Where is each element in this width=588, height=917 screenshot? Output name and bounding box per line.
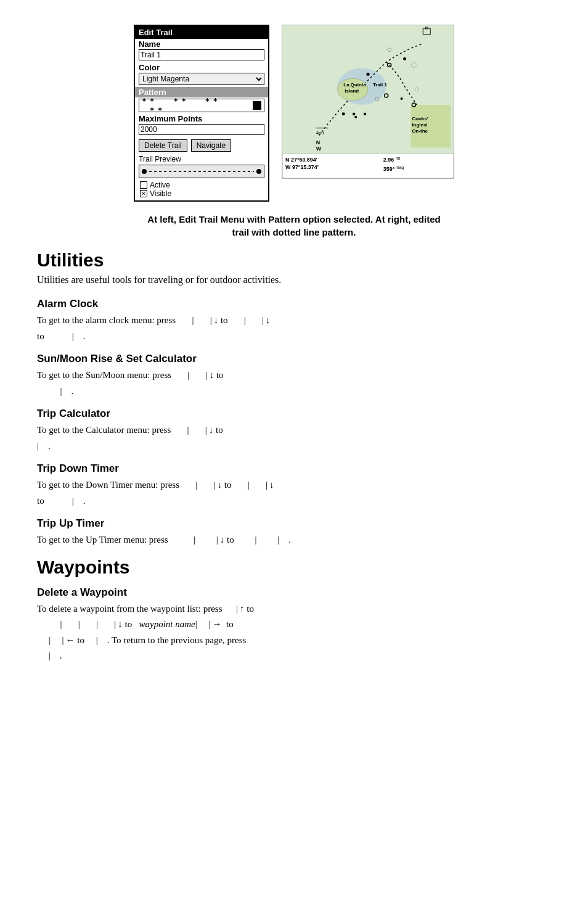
trail-preview-label: Trail Preview <box>139 155 181 163</box>
delete-wp-line3: | | ← to | . To return to the previous p… <box>37 633 551 649</box>
trip-up-timer-heading: Trip Up Timer <box>37 517 551 530</box>
svg-point-12 <box>403 57 406 60</box>
trip-down-timer-line2: to | . <box>37 493 551 509</box>
trip-down-text1: To get to the Down Timer menu: press <box>37 480 179 490</box>
max-points-label: Maximum Points <box>135 113 268 124</box>
delete-wp-pipe2: | <box>78 617 80 633</box>
edit-trail-header: Edit Trail <box>135 26 268 39</box>
alarm-clock-line1: To get to the alarm clock menu: press | … <box>37 313 551 329</box>
alarm-clock-block: To get to the alarm clock menu: press | … <box>37 313 551 344</box>
trip-calc-pipe1: | <box>187 422 189 438</box>
svg-text:N: N <box>316 139 320 146</box>
alarm-to: to <box>37 331 44 341</box>
trip-calc-heading: Trip Calculator <box>37 408 551 420</box>
alarm-pipe2: | <box>244 313 246 329</box>
sunmoon-pipe1: | <box>187 368 189 384</box>
utilities-intro: Utilities are useful tools for traveling… <box>37 274 551 286</box>
active-checkbox[interactable] <box>140 181 147 189</box>
trip-down-timer-line1: To get to the Down Timer menu: press | |… <box>37 477 551 493</box>
svg-text:Trail 1: Trail 1 <box>373 82 387 88</box>
delete-wp-text1: To delete a waypoint from the waypoint l… <box>37 604 223 614</box>
sunmoon-line1: To get to the Sun/Moon menu: press | | ↓… <box>37 368 551 384</box>
trip-calc-pipe2: | <box>37 438 39 454</box>
delete-wp-up-to: | ↑ to <box>236 601 254 617</box>
color-label: Color <box>135 62 268 73</box>
trip-up-timer-line1: To get to the Up Timer menu: press | | ↓… <box>37 532 551 548</box>
utilities-heading: Utilities <box>37 250 551 271</box>
svg-point-10 <box>366 72 370 76</box>
trip-down-timer-block: To get to the Down Timer menu: press | |… <box>37 477 551 509</box>
svg-rect-19 <box>364 113 366 115</box>
svg-text:W: W <box>316 146 322 152</box>
active-checkbox-item: Active <box>140 181 263 189</box>
svg-text:N  27°50.894': N 27°50.894' <box>285 157 317 163</box>
trip-calc-down-to: | ↓ to <box>205 422 223 438</box>
name-input[interactable] <box>139 49 264 60</box>
alarm-down-to: | ↓ to <box>210 313 228 329</box>
pattern-square <box>253 101 261 110</box>
trip-down-pipe2: | <box>248 477 250 493</box>
delete-wp-line4: | . <box>37 648 551 664</box>
trail-preview-label-row: Trail Preview <box>139 154 264 163</box>
delete-wp-pipe7: | <box>49 648 51 664</box>
caption: At left, Edit Trail Menu with Pattern op… <box>37 213 551 239</box>
trip-up-down-to: | ↓ to <box>216 532 234 548</box>
map-svg: La Quinta Island Trail 1 Cooks' Inglesi … <box>282 25 454 178</box>
svg-text:On-the: On-the <box>412 128 428 134</box>
alarm-dot: . <box>83 331 86 341</box>
delete-wp-line2: | | | | ↓ to waypoint name| | → to <box>37 617 551 633</box>
visible-checkbox-item: Visible <box>140 189 263 198</box>
delete-wp-pipe5: | <box>49 633 51 649</box>
navigate-button[interactable]: Navigate <box>191 139 231 152</box>
max-points-input[interactable] <box>139 124 264 135</box>
map-panel: La Quinta Island Trail 1 Cooks' Inglesi … <box>282 25 454 179</box>
delete-waypoint-heading: Delete a Waypoint <box>37 586 551 599</box>
delete-wp-line1: To delete a waypoint from the waypoint l… <box>37 601 551 617</box>
delete-trail-button[interactable]: Delete Trail <box>139 139 187 152</box>
trip-calc-dot: . <box>48 441 51 451</box>
trip-down-to: | ↓ to <box>214 477 232 493</box>
sunmoon-down-to: | ↓ to <box>206 368 224 384</box>
svg-text:Inglesi: Inglesi <box>412 122 427 128</box>
delete-wp-right-to: | → to <box>208 617 233 633</box>
trail-preview-line <box>149 171 254 172</box>
svg-point-16 <box>342 112 345 115</box>
trip-down-dot: . <box>83 496 86 506</box>
trip-up-pipe3: | <box>277 532 279 548</box>
svg-text:359°: 359° <box>383 166 395 172</box>
delete-wp-pipe1: | <box>60 617 62 633</box>
active-label: Active <box>150 181 170 189</box>
sunmoon-heading: Sun/Moon Rise & Set Calculator <box>37 353 551 365</box>
delete-wp-down-to: | ↓ to <box>114 617 132 633</box>
svg-text:Island: Island <box>345 88 359 94</box>
visible-checkbox[interactable] <box>140 190 147 197</box>
trip-down-pipe1: | <box>195 477 197 493</box>
trip-down-to2: to <box>37 496 44 506</box>
sunmoon-line2: | . <box>37 384 551 400</box>
trip-up-pipe1: | <box>194 532 195 548</box>
svg-text:W  97°15.374': W 97°15.374' <box>285 164 319 170</box>
svg-text:La Quinta: La Quinta <box>343 82 366 88</box>
delete-wp-pipe4: | <box>195 617 197 633</box>
trip-down-arrow: | ↓ <box>266 477 274 493</box>
color-select-row: Light Magenta <box>139 73 264 85</box>
caption-line1: At left, Edit Trail Menu with Pattern op… <box>147 214 440 224</box>
color-select[interactable]: Light Magenta <box>139 73 264 85</box>
delete-waypoint-block: To delete a waypoint from the waypoint l… <box>37 601 551 664</box>
trip-down-pipe3: | <box>72 493 74 509</box>
caption-line2: trail with dotted line pattern. <box>232 227 356 237</box>
alarm-pipe1: | <box>192 313 194 329</box>
sunmoon-text1: To get to the Sun/Moon menu: press <box>37 370 171 380</box>
trip-up-pipe2: | <box>255 532 256 548</box>
trip-calc-text1: To get to the Calculator menu: press <box>37 425 171 435</box>
trip-calc-line2: | . <box>37 438 551 454</box>
trip-up-text1: To get to the Up Timer menu: press <box>37 535 168 545</box>
trip-calc-block: To get to the Calculator menu: press | |… <box>37 422 551 454</box>
button-row: Delete Trail Navigate <box>139 139 264 152</box>
delete-wp-pipe3: | <box>96 617 98 633</box>
svg-point-17 <box>354 116 357 118</box>
pattern-display: ** ** ** ** <box>139 99 264 112</box>
alarm-text1: To get to the alarm clock menu: press <box>37 315 176 325</box>
alarm-down: | ↓ <box>262 313 271 329</box>
svg-text:mag: mag <box>396 165 404 170</box>
